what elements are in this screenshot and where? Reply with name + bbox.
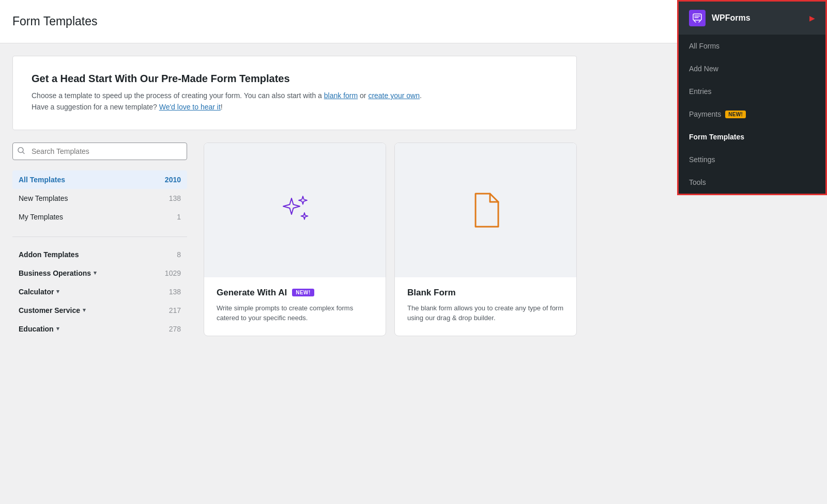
chevron-icon: ▾ (83, 307, 86, 313)
nav-menu: All Forms Add New Entries Payments NEW! … (679, 35, 825, 194)
content-layout: All Templates 2010 New Templates 138 My … (12, 143, 577, 338)
svg-rect-2 (693, 14, 701, 20)
nav-my-templates-label: My Templates (19, 213, 63, 221)
template-card-blank-preview (395, 143, 576, 277)
hear-it-link[interactable]: We'd love to hear it (159, 103, 221, 111)
ai-badge-new: NEW! (292, 289, 314, 296)
template-card-ai-preview (204, 143, 386, 277)
nav-entries[interactable]: Entries (679, 80, 825, 103)
nav-new-templates-label: New Templates (19, 194, 68, 202)
nav-all-templates-count: 2010 (165, 176, 181, 184)
template-card-ai-desc: Write simple prompts to create complex f… (217, 303, 373, 323)
blank-form-link[interactable]: blank form (324, 91, 358, 100)
svg-line-1 (23, 152, 24, 153)
main-content: Get a Head Start With Our Pre-Made Form … (0, 43, 589, 351)
template-card-ai-title: Generate With AI NEW! (217, 288, 373, 298)
nav-all-templates[interactable]: All Templates 2010 (12, 170, 187, 189)
intro-heading: Get a Head Start With Our Pre-Made Form … (32, 73, 558, 85)
nav-add-new[interactable]: Add New (679, 57, 825, 80)
chevron-icon: ▾ (94, 270, 97, 276)
ai-stars-icon (272, 187, 318, 233)
nav-new-templates-count: 138 (169, 194, 181, 202)
brand-name: WPForms (712, 13, 751, 23)
page-title: Form Templates (12, 14, 97, 28)
nav-new-templates[interactable]: New Templates 138 (12, 189, 187, 208)
template-card-blank-body: Blank Form The blank form allows you to … (395, 277, 576, 336)
right-nav-panel: WPForms ▶ All Forms Add New Entries Paym… (677, 0, 827, 195)
nav-all-templates-label: All Templates (19, 176, 65, 184)
chevron-icon: ▾ (56, 288, 59, 295)
wpforms-icon (689, 10, 706, 26)
create-own-link[interactable]: create your own (368, 91, 420, 100)
template-card-ai-body: Generate With AI NEW! Write simple promp… (204, 277, 386, 336)
template-card-ai[interactable]: Generate With AI NEW! Write simple promp… (204, 143, 386, 336)
category-customer-service[interactable]: Customer Service ▾ 217 (12, 301, 187, 320)
page-wrapper: Form Templates Get a Head Start With Our… (0, 0, 827, 504)
right-nav-header: WPForms ▶ (679, 2, 825, 35)
nav-all-forms[interactable]: All Forms (679, 35, 825, 57)
sidebar: All Templates 2010 New Templates 138 My … (12, 143, 204, 338)
category-business-operations[interactable]: Business Operations ▾ 1029 (12, 264, 187, 282)
category-education[interactable]: Education ▾ 278 (12, 320, 187, 338)
template-card-blank[interactable]: Blank Form The blank form allows you to … (394, 143, 577, 336)
search-input[interactable] (12, 143, 187, 160)
nav-payments[interactable]: Payments NEW! (679, 103, 825, 125)
payments-new-badge: NEW! (725, 111, 746, 118)
svg-line-6 (699, 21, 700, 22)
nav-form-templates[interactable]: Form Templates (679, 125, 825, 148)
svg-line-5 (694, 21, 696, 22)
template-card-blank-desc: The blank form allows you to create any … (407, 303, 564, 323)
nav-settings[interactable]: Settings (679, 148, 825, 171)
category-list: Addon Templates 8 Business Operations ▾ … (12, 245, 187, 338)
intro-section: Get a Head Start With Our Pre-Made Form … (12, 56, 577, 130)
category-calculator[interactable]: Calculator ▾ 138 (12, 282, 187, 301)
chevron-icon: ▾ (56, 325, 59, 332)
nav-my-templates-count: 1 (177, 213, 181, 221)
template-card-blank-title: Blank Form (407, 288, 564, 298)
intro-description: Choose a template to speed up the proces… (32, 90, 558, 113)
nav-my-templates[interactable]: My Templates 1 (12, 208, 187, 226)
nav-tools[interactable]: Tools (679, 171, 825, 194)
search-box (12, 143, 187, 160)
category-addon-templates[interactable]: Addon Templates 8 (12, 245, 187, 264)
template-nav: All Templates 2010 New Templates 138 My … (12, 170, 187, 226)
sidebar-divider (12, 237, 187, 237)
collapse-arrow-icon[interactable]: ▶ (809, 14, 815, 22)
search-icon (18, 147, 25, 155)
blank-form-icon (469, 192, 502, 229)
templates-grid: Generate With AI NEW! Write simple promp… (204, 143, 577, 338)
